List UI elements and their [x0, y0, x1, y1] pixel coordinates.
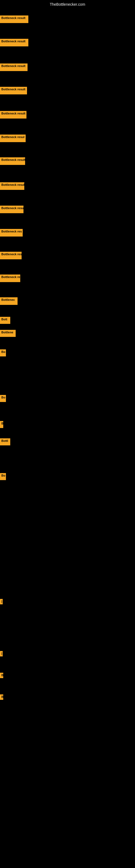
bottleneck-result-badge: Bottleneck result [0, 87, 27, 94]
bottleneck-result-badge: Bottlenec [0, 297, 17, 305]
bottleneck-result-badge: Bottleneck result [0, 182, 24, 190]
bottleneck-result-badge: Bottleneck result [0, 39, 28, 46]
bottleneck-result-badge: Bottlene [0, 330, 16, 337]
site-title: TheBottlenecker.com [0, 2, 135, 6]
bottleneck-result-badge: | [0, 599, 3, 604]
bottleneck-result-badge: Bott [0, 317, 10, 324]
bottleneck-result-badge: Bottleneck resul [0, 134, 26, 142]
bottleneck-result-badge: Bottleneck resu [0, 206, 24, 213]
bottleneck-result-badge: B [0, 421, 3, 428]
bottleneck-result-badge: Bottl [0, 438, 10, 445]
bottleneck-result-badge: Bottleneck result [0, 63, 28, 71]
bottleneck-result-badge: B [0, 694, 3, 700]
bottleneck-result-badge: Bottleneck re [0, 275, 20, 282]
bottleneck-result-badge: Bottleneck res [0, 252, 21, 259]
bottleneck-result-badge: Bottleneck result [0, 157, 25, 165]
bottleneck-result-badge: Bo [0, 349, 6, 356]
bottleneck-result-badge: Bottleneck res [0, 229, 23, 237]
bottleneck-result-badge: | [0, 651, 3, 656]
bottleneck-result-badge: Bottleneck result [0, 111, 27, 119]
bottleneck-result-badge: B [0, 673, 3, 678]
bottleneck-result-badge: Bo [0, 473, 6, 480]
bottleneck-result-badge: Bo [0, 395, 6, 402]
bottleneck-result-badge: Bottleneck result [0, 16, 28, 23]
